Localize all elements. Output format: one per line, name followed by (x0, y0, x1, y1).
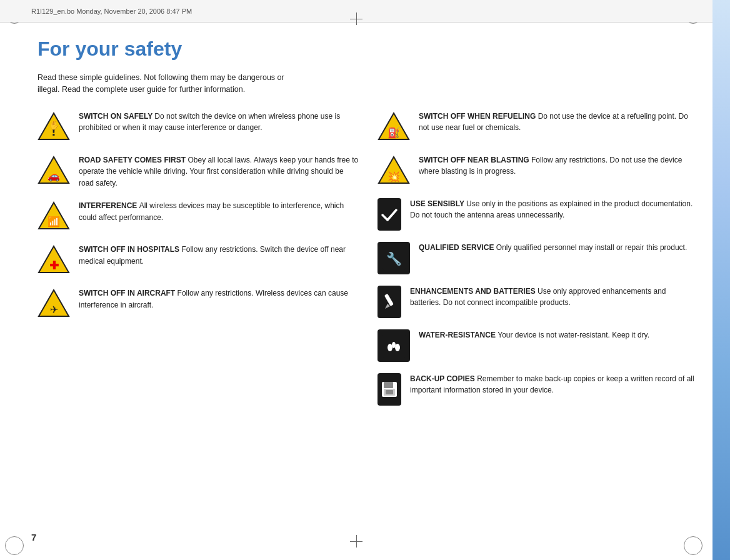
svg-text:🚗: 🚗 (48, 170, 60, 182)
svg-rect-15 (378, 202, 401, 226)
qualified-service-desc: Only qualified personnel may install or … (496, 243, 687, 252)
hospitals-label: SWITCH OFF IN HOSPITALS (79, 245, 181, 254)
crosshair-top-mid (350, 12, 362, 25)
black-pencil-icon (378, 286, 401, 318)
refueling-text: SWITCH OFF WHEN REFUELING Do not use the… (419, 111, 699, 134)
black-floppy-icon (378, 373, 401, 406)
warning-hand-icon: ! ✋ (38, 111, 70, 143)
safety-item-road-safety: 🚗 ROAD SAFETY COMES FIRST Obey all local… (38, 154, 359, 189)
interference-text: INTERFERENCE All wireless devices may be… (79, 200, 359, 223)
safety-item-use-sensibly: USE SENSIBLY Use only in the positions a… (378, 198, 699, 231)
intro-text: Read these simple guidelines. Not follow… (38, 72, 306, 96)
svg-text:✈: ✈ (50, 304, 58, 315)
use-sensibly-text: USE SENSIBLY Use only in the positions a… (410, 198, 699, 221)
svg-point-23 (395, 344, 400, 351)
svg-text:💥: 💥 (388, 171, 400, 182)
svg-text:✚: ✚ (49, 259, 59, 272)
water-svg (382, 334, 406, 358)
black-wrench-icon: 🔧 (378, 242, 410, 274)
warning-car-icon: 🚗 (38, 154, 70, 187)
corner-circle-bl (5, 536, 24, 555)
qualified-service-text: QUALIFIED SERVICE Only qualified personn… (419, 242, 687, 254)
svg-text:🔧: 🔧 (386, 251, 402, 266)
switch-on-safely-label: SWITCH ON SAFELY (79, 112, 154, 121)
water-desc: Your device is not water-resistant. Keep… (498, 331, 649, 339)
water-label: WATER-RESISTANCE (419, 331, 498, 339)
page-number: 7 (31, 532, 36, 542)
right-column: ⛽ SWITCH OFF WHEN REFUELING Do not use t… (378, 111, 699, 417)
check-svg (378, 202, 401, 226)
warning-blast-icon: 💥 (378, 154, 410, 187)
qualified-service-label: QUALIFIED SERVICE (419, 243, 496, 252)
safety-item-interference: 📶 INTERFERENCE All wireless devices may … (38, 200, 359, 232)
main-content: For your safety Read these simple guidel… (38, 38, 699, 522)
blasting-label: SWITCH OFF NEAR BLASTING (419, 156, 531, 164)
safety-item-water: WATER-RESISTANCE Your device is not wate… (378, 329, 699, 362)
floppy-svg (378, 378, 401, 401)
water-text: WATER-RESISTANCE Your device is not wate… (419, 329, 649, 341)
warning-signal-icon: 📶 (38, 200, 70, 232)
wrench-svg: 🔧 (382, 246, 406, 270)
refueling-label: SWITCH OFF WHEN REFUELING (419, 112, 538, 121)
side-bar (712, 0, 730, 560)
two-column-layout: ! ✋ SWITCH ON SAFELY Do not switch the d… (38, 111, 699, 417)
svg-text:✋: ✋ (49, 120, 60, 131)
left-column: ! ✋ SWITCH ON SAFELY Do not switch the d… (38, 111, 359, 417)
safety-item-aircraft: ✈ SWITCH OFF IN AIRCRAFT Follow any rest… (38, 288, 359, 320)
backup-label: BACK-UP COPIES (410, 374, 477, 383)
switch-on-safely-text: SWITCH ON SAFELY Do not switch the devic… (79, 111, 359, 134)
enhancements-label: ENHANCEMENTS AND BATTERIES (410, 287, 538, 296)
black-check-icon (378, 198, 401, 231)
svg-point-24 (392, 342, 396, 348)
safety-item-switch-on-safely: ! ✋ SWITCH ON SAFELY Do not switch the d… (38, 111, 359, 143)
svg-rect-29 (386, 390, 393, 394)
crosshair-bottom-mid (350, 535, 362, 548)
black-water-icon (378, 329, 410, 362)
safety-item-refueling: ⛽ SWITCH OFF WHEN REFUELING Do not use t… (378, 111, 699, 143)
warning-cross-icon: ✚ (38, 244, 70, 276)
aircraft-label: SWITCH OFF IN AIRCRAFT (79, 289, 178, 298)
hospitals-text: SWITCH OFF IN HOSPITALS Follow any restr… (79, 244, 359, 267)
use-sensibly-label: USE SENSIBLY (410, 199, 466, 208)
safety-item-backup: BACK-UP COPIES Remember to make back-up … (378, 373, 699, 406)
page-title: For your safety (38, 38, 699, 61)
road-safety-label: ROAD SAFETY COMES FIRST (79, 156, 188, 164)
road-safety-text: ROAD SAFETY COMES FIRST Obey all local l… (79, 154, 359, 189)
safety-item-blasting: 💥 SWITCH OFF NEAR BLASTING Follow any re… (378, 154, 699, 187)
svg-text:⛽: ⛽ (388, 127, 400, 139)
warning-fuel-icon: ⛽ (378, 111, 410, 143)
interference-label: INTERFERENCE (79, 201, 139, 210)
header-text: R1I129_en.bo Monday, November 20, 2006 8… (31, 8, 192, 15)
svg-rect-27 (384, 382, 393, 388)
svg-point-22 (388, 344, 392, 351)
blasting-text: SWITCH OFF NEAR BLASTING Follow any rest… (419, 154, 699, 178)
safety-item-enhancements: ENHANCEMENTS AND BATTERIES Use only appr… (378, 286, 699, 318)
aircraft-text: SWITCH OFF IN AIRCRAFT Follow any restri… (79, 288, 359, 311)
backup-text: BACK-UP COPIES Remember to make back-up … (410, 373, 699, 396)
safety-item-qualified-service: 🔧 QUALIFIED SERVICE Only qualified perso… (378, 242, 699, 274)
corner-circle-br (684, 536, 702, 555)
svg-text:📶: 📶 (48, 216, 60, 228)
warning-plane-icon: ✈ (38, 288, 70, 320)
safety-item-hospitals: ✚ SWITCH OFF IN HOSPITALS Follow any res… (38, 244, 359, 276)
pencil-svg (378, 290, 401, 314)
enhancements-text: ENHANCEMENTS AND BATTERIES Use only appr… (410, 286, 699, 309)
